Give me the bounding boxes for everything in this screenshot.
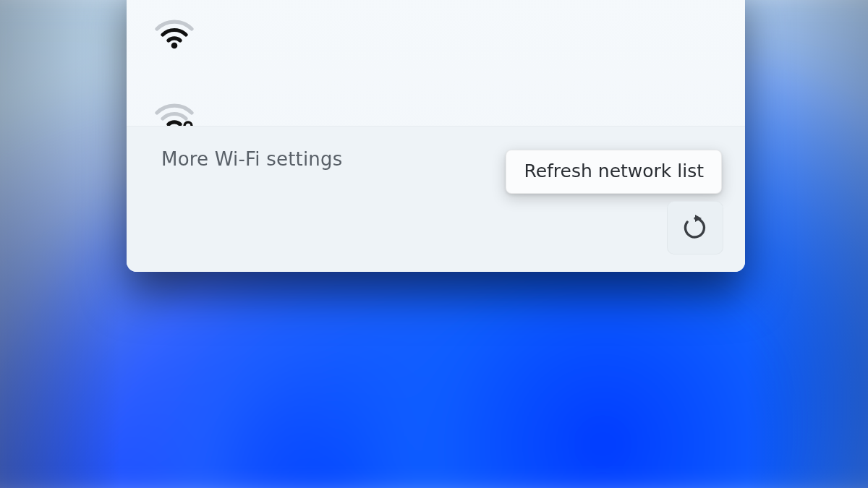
refresh-tooltip: Refresh network list xyxy=(506,150,722,194)
refresh-network-list-button[interactable] xyxy=(667,201,723,254)
wifi-quick-panel: More Wi-Fi settings Refresh network list xyxy=(127,0,745,272)
refresh-area: Refresh network list xyxy=(665,144,723,254)
more-wifi-settings-link[interactable]: More Wi-Fi settings xyxy=(161,148,343,170)
wifi-network-item[interactable] xyxy=(127,0,745,74)
svg-point-0 xyxy=(171,43,178,49)
wifi-network-list xyxy=(127,0,745,126)
refresh-icon xyxy=(681,213,710,242)
wifi-panel-footer: More Wi-Fi settings Refresh network list xyxy=(127,126,745,272)
wifi-network-item[interactable] xyxy=(127,74,745,126)
wifi-signal-icon xyxy=(154,17,195,49)
